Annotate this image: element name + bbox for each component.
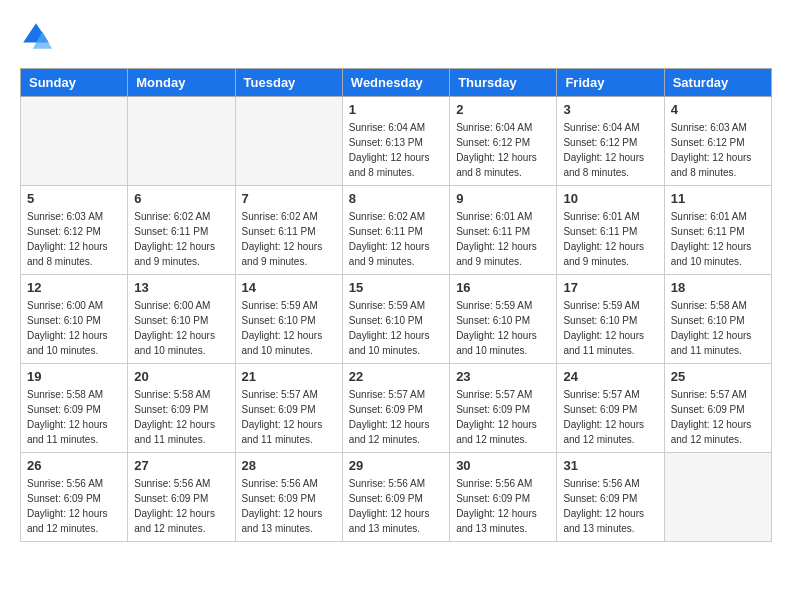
day-info: Sunrise: 5:56 AM Sunset: 6:09 PM Dayligh… xyxy=(563,476,657,536)
day-number: 10 xyxy=(563,191,657,206)
calendar-cell: 1Sunrise: 6:04 AM Sunset: 6:13 PM Daylig… xyxy=(342,97,449,186)
day-number: 3 xyxy=(563,102,657,117)
calendar-cell: 2Sunrise: 6:04 AM Sunset: 6:12 PM Daylig… xyxy=(450,97,557,186)
calendar-cell xyxy=(21,97,128,186)
calendar-cell: 13Sunrise: 6:00 AM Sunset: 6:10 PM Dayli… xyxy=(128,275,235,364)
day-number: 25 xyxy=(671,369,765,384)
calendar-cell: 16Sunrise: 5:59 AM Sunset: 6:10 PM Dayli… xyxy=(450,275,557,364)
day-info: Sunrise: 5:56 AM Sunset: 6:09 PM Dayligh… xyxy=(242,476,336,536)
day-info: Sunrise: 5:56 AM Sunset: 6:09 PM Dayligh… xyxy=(134,476,228,536)
col-header-sunday: Sunday xyxy=(21,69,128,97)
day-number: 30 xyxy=(456,458,550,473)
calendar-cell xyxy=(664,453,771,542)
day-info: Sunrise: 6:00 AM Sunset: 6:10 PM Dayligh… xyxy=(134,298,228,358)
day-info: Sunrise: 6:00 AM Sunset: 6:10 PM Dayligh… xyxy=(27,298,121,358)
day-number: 23 xyxy=(456,369,550,384)
day-info: Sunrise: 5:57 AM Sunset: 6:09 PM Dayligh… xyxy=(349,387,443,447)
calendar-cell: 26Sunrise: 5:56 AM Sunset: 6:09 PM Dayli… xyxy=(21,453,128,542)
calendar-cell: 28Sunrise: 5:56 AM Sunset: 6:09 PM Dayli… xyxy=(235,453,342,542)
day-number: 14 xyxy=(242,280,336,295)
day-number: 5 xyxy=(27,191,121,206)
day-info: Sunrise: 6:03 AM Sunset: 6:12 PM Dayligh… xyxy=(671,120,765,180)
day-info: Sunrise: 6:01 AM Sunset: 6:11 PM Dayligh… xyxy=(456,209,550,269)
calendar-cell: 19Sunrise: 5:58 AM Sunset: 6:09 PM Dayli… xyxy=(21,364,128,453)
calendar-cell: 11Sunrise: 6:01 AM Sunset: 6:11 PM Dayli… xyxy=(664,186,771,275)
calendar-week-1: 1Sunrise: 6:04 AM Sunset: 6:13 PM Daylig… xyxy=(21,97,772,186)
page-header xyxy=(20,20,772,52)
calendar-header-row: SundayMondayTuesdayWednesdayThursdayFrid… xyxy=(21,69,772,97)
calendar-cell: 30Sunrise: 5:56 AM Sunset: 6:09 PM Dayli… xyxy=(450,453,557,542)
day-info: Sunrise: 5:59 AM Sunset: 6:10 PM Dayligh… xyxy=(349,298,443,358)
day-info: Sunrise: 6:04 AM Sunset: 6:13 PM Dayligh… xyxy=(349,120,443,180)
col-header-saturday: Saturday xyxy=(664,69,771,97)
day-info: Sunrise: 5:59 AM Sunset: 6:10 PM Dayligh… xyxy=(242,298,336,358)
day-number: 17 xyxy=(563,280,657,295)
calendar-cell: 4Sunrise: 6:03 AM Sunset: 6:12 PM Daylig… xyxy=(664,97,771,186)
day-info: Sunrise: 5:59 AM Sunset: 6:10 PM Dayligh… xyxy=(456,298,550,358)
calendar-cell: 24Sunrise: 5:57 AM Sunset: 6:09 PM Dayli… xyxy=(557,364,664,453)
calendar-cell: 25Sunrise: 5:57 AM Sunset: 6:09 PM Dayli… xyxy=(664,364,771,453)
calendar-cell: 14Sunrise: 5:59 AM Sunset: 6:10 PM Dayli… xyxy=(235,275,342,364)
col-header-tuesday: Tuesday xyxy=(235,69,342,97)
logo-icon xyxy=(20,20,52,52)
calendar-table: SundayMondayTuesdayWednesdayThursdayFrid… xyxy=(20,68,772,542)
calendar-cell: 15Sunrise: 5:59 AM Sunset: 6:10 PM Dayli… xyxy=(342,275,449,364)
calendar-cell: 29Sunrise: 5:56 AM Sunset: 6:09 PM Dayli… xyxy=(342,453,449,542)
logo xyxy=(20,20,56,52)
calendar-cell xyxy=(128,97,235,186)
day-number: 31 xyxy=(563,458,657,473)
day-number: 12 xyxy=(27,280,121,295)
day-number: 13 xyxy=(134,280,228,295)
day-number: 27 xyxy=(134,458,228,473)
calendar-cell: 21Sunrise: 5:57 AM Sunset: 6:09 PM Dayli… xyxy=(235,364,342,453)
day-info: Sunrise: 5:56 AM Sunset: 6:09 PM Dayligh… xyxy=(456,476,550,536)
day-info: Sunrise: 5:56 AM Sunset: 6:09 PM Dayligh… xyxy=(349,476,443,536)
col-header-monday: Monday xyxy=(128,69,235,97)
day-info: Sunrise: 5:59 AM Sunset: 6:10 PM Dayligh… xyxy=(563,298,657,358)
day-info: Sunrise: 6:03 AM Sunset: 6:12 PM Dayligh… xyxy=(27,209,121,269)
day-number: 20 xyxy=(134,369,228,384)
col-header-wednesday: Wednesday xyxy=(342,69,449,97)
day-number: 9 xyxy=(456,191,550,206)
calendar-cell: 9Sunrise: 6:01 AM Sunset: 6:11 PM Daylig… xyxy=(450,186,557,275)
calendar-cell: 5Sunrise: 6:03 AM Sunset: 6:12 PM Daylig… xyxy=(21,186,128,275)
day-number: 4 xyxy=(671,102,765,117)
calendar-cell: 27Sunrise: 5:56 AM Sunset: 6:09 PM Dayli… xyxy=(128,453,235,542)
calendar-week-3: 12Sunrise: 6:00 AM Sunset: 6:10 PM Dayli… xyxy=(21,275,772,364)
day-number: 15 xyxy=(349,280,443,295)
day-number: 6 xyxy=(134,191,228,206)
day-number: 1 xyxy=(349,102,443,117)
day-info: Sunrise: 6:01 AM Sunset: 6:11 PM Dayligh… xyxy=(563,209,657,269)
calendar-cell: 7Sunrise: 6:02 AM Sunset: 6:11 PM Daylig… xyxy=(235,186,342,275)
day-number: 28 xyxy=(242,458,336,473)
calendar-cell: 20Sunrise: 5:58 AM Sunset: 6:09 PM Dayli… xyxy=(128,364,235,453)
day-info: Sunrise: 5:58 AM Sunset: 6:10 PM Dayligh… xyxy=(671,298,765,358)
calendar-cell: 12Sunrise: 6:00 AM Sunset: 6:10 PM Dayli… xyxy=(21,275,128,364)
calendar-cell: 3Sunrise: 6:04 AM Sunset: 6:12 PM Daylig… xyxy=(557,97,664,186)
day-info: Sunrise: 5:56 AM Sunset: 6:09 PM Dayligh… xyxy=(27,476,121,536)
day-info: Sunrise: 5:57 AM Sunset: 6:09 PM Dayligh… xyxy=(563,387,657,447)
calendar-cell: 22Sunrise: 5:57 AM Sunset: 6:09 PM Dayli… xyxy=(342,364,449,453)
calendar-cell: 18Sunrise: 5:58 AM Sunset: 6:10 PM Dayli… xyxy=(664,275,771,364)
day-number: 22 xyxy=(349,369,443,384)
day-info: Sunrise: 5:58 AM Sunset: 6:09 PM Dayligh… xyxy=(134,387,228,447)
day-number: 11 xyxy=(671,191,765,206)
day-info: Sunrise: 5:57 AM Sunset: 6:09 PM Dayligh… xyxy=(671,387,765,447)
day-number: 26 xyxy=(27,458,121,473)
day-info: Sunrise: 5:57 AM Sunset: 6:09 PM Dayligh… xyxy=(456,387,550,447)
day-number: 8 xyxy=(349,191,443,206)
calendar-week-5: 26Sunrise: 5:56 AM Sunset: 6:09 PM Dayli… xyxy=(21,453,772,542)
calendar-week-2: 5Sunrise: 6:03 AM Sunset: 6:12 PM Daylig… xyxy=(21,186,772,275)
calendar-cell: 23Sunrise: 5:57 AM Sunset: 6:09 PM Dayli… xyxy=(450,364,557,453)
calendar-cell: 10Sunrise: 6:01 AM Sunset: 6:11 PM Dayli… xyxy=(557,186,664,275)
calendar-cell xyxy=(235,97,342,186)
day-number: 2 xyxy=(456,102,550,117)
day-number: 19 xyxy=(27,369,121,384)
calendar-cell: 8Sunrise: 6:02 AM Sunset: 6:11 PM Daylig… xyxy=(342,186,449,275)
day-number: 29 xyxy=(349,458,443,473)
calendar-cell: 17Sunrise: 5:59 AM Sunset: 6:10 PM Dayli… xyxy=(557,275,664,364)
day-info: Sunrise: 6:02 AM Sunset: 6:11 PM Dayligh… xyxy=(242,209,336,269)
day-info: Sunrise: 6:02 AM Sunset: 6:11 PM Dayligh… xyxy=(134,209,228,269)
col-header-thursday: Thursday xyxy=(450,69,557,97)
day-info: Sunrise: 5:58 AM Sunset: 6:09 PM Dayligh… xyxy=(27,387,121,447)
